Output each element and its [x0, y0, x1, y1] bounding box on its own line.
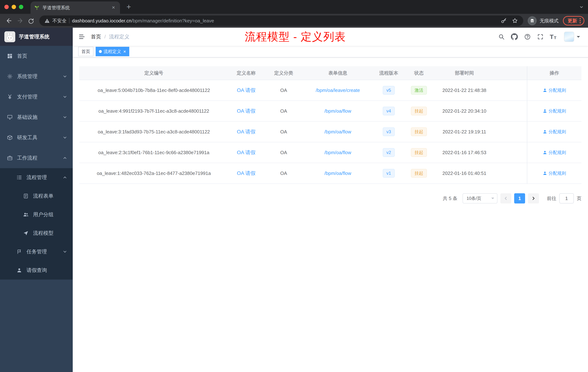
table-row: oa_leave:1:482ec033-762a-11ec-8477-a2380… — [79, 163, 581, 184]
next-page-button[interactable] — [528, 193, 539, 203]
assign-rule-link[interactable]: 分配规则 — [543, 87, 566, 93]
definition-id: oa_leave:4:991f2193-7b7f-11ec-a3c8-acde4… — [79, 101, 228, 121]
tag-home[interactable]: 首页 — [78, 47, 94, 56]
definition-name-link[interactable]: OA 请假 — [237, 149, 256, 156]
page-number-button[interactable]: 1 — [514, 193, 525, 203]
back-button[interactable] — [4, 15, 15, 26]
font-size-icon[interactable]: TT — [550, 34, 556, 40]
sidebar-item-label: 首页 — [17, 53, 27, 59]
github-icon[interactable] — [511, 33, 518, 40]
column-header: 流程版本 — [372, 66, 405, 80]
definition-name-link[interactable]: OA 请假 — [237, 128, 256, 135]
definition-name-link[interactable]: OA 请假 — [237, 170, 256, 177]
browser-toolbar: 不安全 dashboard.yudao.iocoder.cn/bpm/manag… — [0, 14, 588, 28]
security-label[interactable]: 不安全 — [52, 18, 67, 24]
user-icon — [16, 268, 22, 273]
breadcrumb-current: 流程定义 — [109, 33, 129, 40]
tag-label: 首页 — [82, 49, 90, 55]
sidebar-item-leave-query[interactable]: 请假查询 — [0, 261, 73, 280]
form-link[interactable]: /bpm/oa/flow — [324, 129, 351, 135]
sidebar-item-payment[interactable]: 支付管理 — [0, 87, 73, 107]
sidebar-item-process-form[interactable]: 流程表单 — [0, 187, 73, 205]
goto-page: 前往 页 — [547, 193, 581, 203]
assign-rule-icon — [543, 171, 547, 175]
bookmark-star-icon[interactable] — [512, 17, 518, 24]
tools-icon — [7, 135, 13, 141]
avatar[interactable] — [564, 32, 574, 42]
column-header: 定义编号 — [79, 66, 228, 80]
sidebar-item-infrastructure[interactable]: 基础设施 — [0, 107, 73, 127]
definition-category: OA — [264, 163, 303, 184]
page-url[interactable]: dashboard.yudao.iocoder.cn/bpm/manager/d… — [72, 18, 214, 24]
close-window-button[interactable] — [4, 5, 9, 9]
status-badge: 挂起 — [411, 107, 427, 115]
assign-rule-link[interactable]: 分配规则 — [543, 170, 566, 176]
sidebar: 芋道管理系统 首页 系统管理 支付管理 — [0, 28, 73, 372]
assign-rule-link[interactable]: 分配规则 — [543, 108, 566, 114]
sidebar-item-devtools[interactable]: 研发工具 — [0, 127, 73, 148]
breadcrumb-home[interactable]: 首页 — [91, 33, 101, 40]
tag-process-definition[interactable]: 流程定义 × — [96, 47, 129, 56]
new-tab-button[interactable]: + — [124, 2, 134, 12]
address-bar[interactable]: 不安全 dashboard.yudao.iocoder.cn/bpm/manag… — [39, 15, 523, 26]
chrome-update-button[interactable]: 更新 — [563, 16, 584, 25]
goto-page-input[interactable] — [559, 193, 574, 203]
forward-button[interactable] — [15, 15, 25, 26]
form-link[interactable]: /bpm/oa/leave/create — [316, 88, 360, 93]
sidebar-item-workflow[interactable]: 工作流程 — [0, 148, 73, 168]
sidebar-item-process-management[interactable]: 流程管理 — [0, 168, 73, 187]
sidebar-item-system[interactable]: 系统管理 — [0, 66, 73, 87]
table-header-row: 定义编号 定义名称 定义分类 表单信息 流程版本 状态 部署时间 操作 — [79, 66, 581, 80]
definition-category: OA — [264, 121, 303, 142]
logo-avatar — [4, 31, 15, 42]
workflow-icon — [7, 155, 13, 161]
minimize-window-button[interactable] — [12, 5, 16, 9]
search-icon[interactable] — [498, 33, 505, 40]
tab-search-icon[interactable] — [579, 5, 584, 9]
assign-rule-link[interactable]: 分配规则 — [543, 150, 566, 155]
password-key-icon[interactable] — [501, 18, 507, 24]
user-group-icon — [22, 212, 29, 218]
page-size-select[interactable]: 10条/页 — [462, 193, 497, 203]
sidebar-logo[interactable]: 芋道管理系统 — [0, 28, 73, 46]
sidebar-item-process-model[interactable]: 流程模型 — [0, 224, 73, 242]
chevron-down-icon — [63, 115, 67, 119]
chevron-down-icon — [63, 75, 67, 78]
chrome-menu-icon[interactable] — [578, 18, 582, 23]
browser-tab[interactable]: 芋道管理系统 × — [31, 1, 120, 14]
table-row: oa_leave:2:3c1f0ef1-76b1-11ec-9c66-a2380… — [79, 142, 581, 163]
column-header: 状态 — [405, 66, 433, 80]
hamburger-icon[interactable] — [73, 28, 91, 46]
reload-button[interactable] — [25, 15, 36, 26]
fullscreen-icon[interactable] — [537, 33, 544, 40]
prev-page-button[interactable] — [500, 193, 511, 203]
assign-rule-link[interactable]: 分配规则 — [543, 129, 566, 135]
zoom-window-button[interactable] — [19, 5, 23, 9]
help-icon[interactable] — [524, 33, 531, 40]
column-header: 表单信息 — [303, 66, 372, 80]
tab-close-icon[interactable]: × — [111, 5, 116, 11]
browser-tab-bar: 芋道管理系统 × + — [0, 0, 588, 14]
deploy-time: 2022-01-22 19:19:11 — [433, 121, 496, 142]
sidebar-item-label: 流程管理 — [27, 174, 47, 181]
form-link[interactable]: /bpm/oa/flow — [324, 108, 351, 114]
sidebar-item-user-group[interactable]: 用户分组 — [0, 205, 73, 224]
sidebar-menu: 首页 系统管理 支付管理 基础设施 — [0, 46, 73, 372]
deploy-time: 2022-01-22 21:48:38 — [433, 80, 496, 100]
user-menu[interactable] — [564, 32, 580, 42]
form-link[interactable]: /bpm/oa/flow — [324, 150, 351, 155]
definition-name-link[interactable]: OA 请假 — [237, 87, 256, 94]
sidebar-item-task-management[interactable]: 任务管理 — [0, 242, 73, 261]
tag-close-icon[interactable]: × — [123, 49, 126, 54]
table-row: oa_leave:3:1fad3d93-7b75-11ec-a3c8-acde4… — [79, 121, 581, 142]
not-secure-icon — [44, 18, 50, 23]
app-root: 芋道管理系统 首页 系统管理 支付管理 — [0, 28, 588, 372]
sidebar-item-label: 流程模型 — [33, 230, 53, 237]
incognito-label: 无痕模式 — [540, 18, 558, 24]
definition-id: oa_leave:2:3c1f0ef1-76b1-11ec-9c66-a2380… — [79, 142, 228, 163]
form-link[interactable]: /bpm/oa/flow — [324, 171, 351, 176]
task-icon — [16, 249, 22, 254]
page-title: 流程模型 - 定义列表 — [245, 30, 346, 44]
sidebar-item-home[interactable]: 首页 — [0, 46, 73, 66]
definition-name-link[interactable]: OA 请假 — [237, 108, 256, 114]
